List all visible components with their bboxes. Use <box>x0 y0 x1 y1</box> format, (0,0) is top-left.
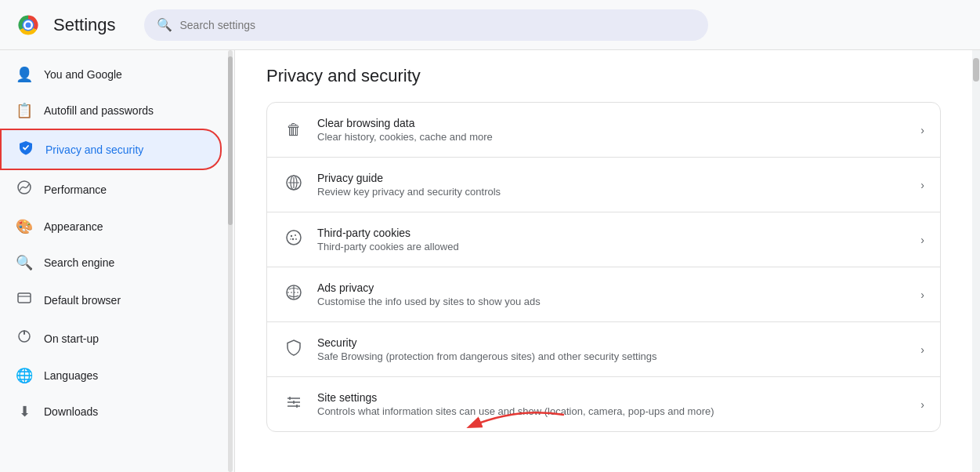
row-desc: Third-party cookies are allowed <box>317 241 908 252</box>
chevron-right-icon: › <box>920 234 924 246</box>
trash-icon: 🗑 <box>283 121 305 139</box>
person-icon: 👤 <box>16 66 33 83</box>
browser-icon <box>16 290 33 310</box>
row-desc: Clear history, cookies, cache and more <box>317 131 908 143</box>
row-title: Third-party cookies <box>317 227 908 239</box>
site-settings-icon <box>283 394 305 415</box>
row-title: Privacy guide <box>317 172 908 184</box>
sidebar-item-label: Default browser <box>44 294 121 307</box>
svg-point-19 <box>290 238 291 240</box>
settings-row-security[interactable]: Security Safe Browsing (protection from … <box>267 322 940 377</box>
performance-icon <box>16 180 33 199</box>
sidebar-item-languages[interactable]: 🌐 Languages <box>0 358 222 394</box>
settings-card: 🗑 Clear browsing data Clear history, coo… <box>266 102 941 432</box>
row-title: Security <box>317 336 908 349</box>
privacy-guide-icon <box>283 174 305 195</box>
sidebar-item-default-browser[interactable]: Default browser <box>0 281 222 319</box>
settings-row-ads-privacy[interactable]: Ads privacy Customise the info used by s… <box>267 267 940 322</box>
sidebar-item-label: Privacy and security <box>45 143 143 156</box>
svg-point-16 <box>295 234 296 236</box>
svg-point-15 <box>291 235 292 237</box>
sidebar-item-appearance[interactable]: 🎨 Appearance <box>0 209 222 245</box>
search-engine-icon: 🔍 <box>16 254 33 271</box>
settings-row-cookies[interactable]: Third-party cookies Third-party cookies … <box>267 212 940 267</box>
chevron-right-icon: › <box>920 343 924 356</box>
main-layout: 👤 You and Google 📋 Autofill and password… <box>0 50 980 472</box>
sidebar-item-you-google[interactable]: 👤 You and Google <box>0 56 222 93</box>
clipboard-icon: 📋 <box>16 102 33 119</box>
row-title: Clear browsing data <box>317 117 908 129</box>
sidebar-item-on-startup[interactable]: On start-up <box>0 319 222 358</box>
shield-blue-icon <box>17 140 34 159</box>
page-title: Privacy and security <box>266 66 941 86</box>
right-scrollbar[interactable] <box>972 50 980 472</box>
row-title: Ads privacy <box>317 281 908 294</box>
svg-rect-6 <box>18 293 31 303</box>
appearance-icon: 🎨 <box>16 218 33 235</box>
svg-point-17 <box>292 238 294 240</box>
row-desc: Review key privacy and security controls <box>317 186 908 198</box>
security-shield-icon <box>283 339 305 360</box>
sidebar-item-search-engine[interactable]: 🔍 Search engine <box>0 245 222 281</box>
sidebar-item-label: Autofill and passwords <box>44 104 154 117</box>
chevron-right-icon: › <box>920 124 924 136</box>
cookie-icon <box>283 229 305 250</box>
settings-row-clear-browsing[interactable]: 🗑 Clear browsing data Clear history, coo… <box>267 103 940 158</box>
settings-row-site-settings[interactable]: Site settings Controls what information … <box>267 377 940 431</box>
sidebar-item-performance[interactable]: Performance <box>0 170 222 209</box>
settings-row-privacy-guide[interactable]: Privacy guide Review key privacy and sec… <box>267 158 940 212</box>
right-scrollbar-thumb <box>973 58 979 82</box>
app-title: Settings <box>53 15 116 35</box>
sidebar-item-label: You and Google <box>44 68 122 81</box>
search-bar[interactable]: 🔍 <box>144 9 708 41</box>
sidebar-item-label: Downloads <box>44 405 98 418</box>
search-icon: 🔍 <box>157 17 172 32</box>
svg-point-14 <box>287 231 301 245</box>
sidebar-item-downloads[interactable]: ⬇ Downloads <box>0 394 222 430</box>
sidebar-scrollbar[interactable] <box>228 50 233 472</box>
sidebar-item-label: On start-up <box>44 332 99 345</box>
header: Settings 🔍 <box>0 0 980 50</box>
sidebar-item-autofill[interactable]: 📋 Autofill and passwords <box>0 93 222 129</box>
chevron-right-icon: › <box>920 289 924 301</box>
ads-privacy-icon <box>283 284 305 305</box>
chevron-right-icon: › <box>920 398 924 411</box>
sidebar-item-privacy-security[interactable]: Privacy and security <box>0 129 222 170</box>
content-area: Privacy and security 🗑 Clear browsing da… <box>235 50 972 472</box>
row-desc: Customise the info used by sites to show… <box>317 296 908 307</box>
sidebar-scrollbar-thumb <box>228 56 233 225</box>
startup-icon <box>16 329 33 348</box>
row-desc: Safe Browsing (protection from dangerous… <box>317 350 908 362</box>
chevron-right-icon: › <box>920 179 924 191</box>
sidebar-item-label: Languages <box>44 369 98 382</box>
svg-point-4 <box>26 22 31 27</box>
globe-icon: 🌐 <box>16 367 33 384</box>
sidebar-item-label: Search engine <box>44 256 114 269</box>
chrome-logo-icon <box>16 13 41 38</box>
download-icon: ⬇ <box>16 403 33 420</box>
sidebar-item-label: Performance <box>44 183 107 196</box>
row-desc: Controls what information sites can use … <box>317 405 908 417</box>
sidebar-item-label: Appearance <box>44 220 103 233</box>
row-title: Site settings <box>317 391 908 404</box>
svg-point-18 <box>295 238 297 240</box>
sidebar: 👤 You and Google 📋 Autofill and password… <box>0 50 235 472</box>
search-input[interactable] <box>180 19 696 31</box>
